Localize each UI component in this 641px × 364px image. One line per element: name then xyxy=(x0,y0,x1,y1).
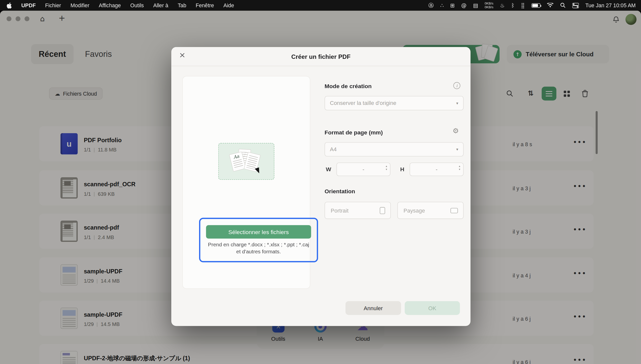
dialog-header: × Créer un fichier PDF xyxy=(171,47,470,66)
height-label: H xyxy=(400,166,404,172)
orientation-landscape-option[interactable]: Paysage xyxy=(397,202,463,219)
orientation-portrait-option[interactable]: Portrait xyxy=(325,202,391,219)
status-stats-icon[interactable]: ▤ xyxy=(473,3,478,8)
page-format-label: Format de page (mm) xyxy=(325,129,383,136)
menu-aller-a[interactable]: Aller à xyxy=(153,2,168,8)
step-down-icon: ▾ xyxy=(459,168,460,171)
orientation-label: Orientation xyxy=(325,188,355,195)
documents-illustration: Aa xyxy=(228,149,265,174)
step-up-icon: ▴ xyxy=(386,165,387,168)
screen: UPDF Fichier Modifier Affichage Outils A… xyxy=(0,0,641,364)
menu-fichier[interactable]: Fichier xyxy=(45,2,61,8)
step-down-icon: ▾ xyxy=(386,168,387,171)
select-files-button[interactable]: Sélectionner les fichiers xyxy=(206,225,311,239)
page-format-select[interactable]: A4 ▾ xyxy=(325,142,463,156)
width-label: W xyxy=(326,166,331,172)
menu-modifier[interactable]: Modifier xyxy=(70,2,89,8)
menu-tab[interactable]: Tab xyxy=(178,2,186,8)
landscape-page-icon xyxy=(450,208,458,213)
menubar-clock[interactable]: Tue Jan 27 10:05 AM xyxy=(585,2,636,8)
status-flame-icon[interactable]: ♨ xyxy=(500,3,505,8)
file-picker-panel: Aa Sélectionner les fichiers Prend en ch… xyxy=(182,76,310,289)
status-at-icon[interactable]: @ xyxy=(461,3,466,8)
step-up-icon: ▴ xyxy=(459,165,460,168)
chevron-down-icon: ▾ xyxy=(456,147,458,151)
chevron-down-icon: ▾ xyxy=(456,101,458,105)
status-windows-icon[interactable]: ⊞ xyxy=(450,3,455,8)
status-paw-icon[interactable]: ∴ xyxy=(440,3,444,8)
cursor-arrow-icon xyxy=(255,167,261,174)
drop-zone[interactable]: Aa xyxy=(218,143,274,180)
battery-icon[interactable] xyxy=(531,3,540,8)
cancel-button[interactable]: Annuler xyxy=(346,301,401,315)
menu-affichage[interactable]: Affichage xyxy=(99,2,121,8)
menu-bar: UPDF Fichier Modifier Affichage Outils A… xyxy=(0,0,641,11)
creation-mode-label: Mode de création xyxy=(325,83,372,89)
wifi-icon[interactable] xyxy=(547,3,553,8)
network-up: 0KB/s xyxy=(485,2,494,6)
focus-highlight-box: Sélectionner les fichiers Prend en charg… xyxy=(199,218,318,262)
menu-aide[interactable]: Aide xyxy=(223,2,234,8)
width-input[interactable]: - ▴ ▾ xyxy=(337,162,391,176)
portrait-page-icon xyxy=(380,207,385,214)
menubar-app-name[interactable]: UPDF xyxy=(21,2,36,8)
network-down: 0KB/s xyxy=(485,5,494,9)
apple-menu-icon[interactable] xyxy=(7,2,12,8)
info-icon[interactable]: i xyxy=(453,82,460,89)
status-app-a-icon[interactable]: ⓐ xyxy=(428,3,434,8)
spotlight-search-icon[interactable] xyxy=(560,3,566,8)
network-speed-indicator[interactable]: 0KB/s 0KB/s xyxy=(485,2,494,9)
gear-icon[interactable]: ⚙ xyxy=(452,127,459,134)
height-input[interactable]: - ▴ ▾ xyxy=(410,162,464,176)
menu-fenetre[interactable]: Fenêtre xyxy=(196,2,214,8)
control-center-icon[interactable] xyxy=(572,3,579,8)
dialog-close-icon[interactable]: × xyxy=(179,51,186,59)
creation-mode-select[interactable]: Conserver la taille d'origine ▾ xyxy=(325,96,463,110)
height-stepper[interactable]: ▴ ▾ xyxy=(459,165,460,171)
create-pdf-dialog: × Créer un fichier PDF Aa Sélectionner l… xyxy=(171,47,470,326)
width-stepper[interactable]: ▴ ▾ xyxy=(386,165,387,171)
menu-outils[interactable]: Outils xyxy=(130,2,144,8)
bluetooth-icon[interactable]: ᛒ xyxy=(511,3,515,8)
dialog-title: Créer un fichier PDF xyxy=(291,53,351,60)
supported-formats-text: Prend en charge *.docx ; *.xlsx ; *.ppt … xyxy=(205,241,312,255)
status-grid-icon[interactable]: ⣿ xyxy=(521,3,525,8)
ok-button[interactable]: OK xyxy=(405,301,460,315)
